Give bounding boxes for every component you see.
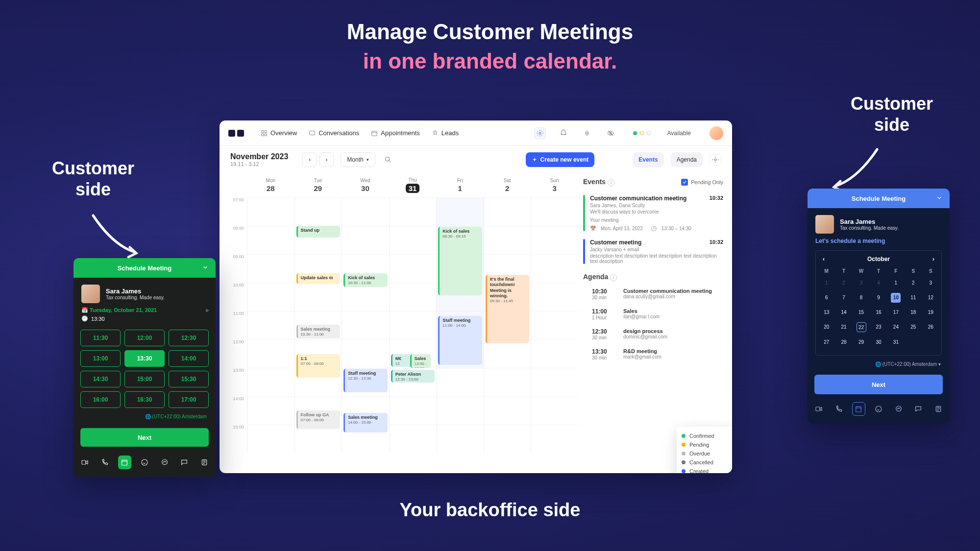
time-slot[interactable]: 17:00 [169,391,209,408]
tab-agenda[interactable]: Agenda [671,152,703,167]
calendar-day[interactable]: 28 [835,335,852,350]
nav-appointments[interactable]: Appointments [371,129,420,137]
calendar-event[interactable]: Follow up GA07:00 - 08:00 [296,410,341,429]
next-period[interactable]: › [319,152,334,167]
create-event-button[interactable]: ＋ Create new event [526,152,595,167]
calendar-column[interactable] [531,197,578,453]
chat-icon[interactable] [912,402,925,416]
calendar-day[interactable]: 17 [887,305,905,320]
calendar-day[interactable]: 13 [818,305,835,320]
phone-icon[interactable] [833,402,846,416]
calendar-event[interactable]: Update sales m [296,273,341,284]
calendar-day[interactable]: 20 [818,320,835,335]
calendar-day[interactable]: 15 [853,305,870,320]
whatsapp-icon[interactable] [138,455,151,469]
calendar-day[interactable]: 22 [853,320,870,335]
nav-overview[interactable]: Overview [261,129,297,137]
nav-conversations[interactable]: Conversations [309,129,359,137]
settings-icon[interactable] [534,127,546,139]
calendar-day[interactable]: 25 [905,320,922,335]
time-slot[interactable]: 12:30 [169,330,209,346]
time-slot[interactable]: 14:00 [169,350,209,367]
search-icon[interactable] [382,154,394,166]
prev-period[interactable]: ‹ [302,152,317,167]
calendar-column[interactable]: Kick of sales10:30 - 11:00Staff meeting1… [342,197,389,453]
calendar-day[interactable]: 8 [853,290,870,305]
whatsapp-icon[interactable] [872,402,885,416]
calendar-day[interactable]: 2 [905,276,922,290]
calendar-day[interactable]: 14 [835,305,852,320]
calendar-day[interactable]: 3 [853,276,870,290]
time-slot[interactable]: 16:30 [124,391,165,408]
calendar-day[interactable]: 6 [818,290,835,305]
calendar-day[interactable]: 23 [870,320,887,335]
calendar-day[interactable]: 1 [818,276,835,290]
calendar-column[interactable] [247,197,294,453]
calendar-day[interactable]: 31 [887,335,905,350]
agenda-item[interactable]: 13:3030 minR&D meetingmark@gmail.com [583,344,723,364]
mute-icon[interactable] [581,127,593,139]
calendar-event[interactable]: Peter Alison12:30 - 13:00 [391,370,435,383]
calendar-event[interactable]: Staff meeting11:00 - 14:00 [438,316,482,365]
calendar-day[interactable]: 1 [887,276,905,290]
next-month[interactable]: › [932,256,934,263]
calendar-event[interactable]: Kick of sales10:30 - 11:00 [343,273,388,287]
calendar-icon[interactable] [852,402,865,416]
pending-only-checkbox[interactable]: Pending Only [681,179,723,186]
widget-header[interactable]: Schedule Meeting [808,189,950,208]
video-icon[interactable] [78,455,92,469]
calendar-day[interactable]: 7 [835,290,852,305]
time-slot[interactable]: 12:00 [124,330,165,346]
calendar-day[interactable]: 24 [887,320,905,335]
messenger-icon[interactable] [158,455,171,469]
calendar-column[interactable]: M€12Sales12:00 - 12:30Peter Alison12:30 … [389,197,437,453]
calendar-day[interactable]: 9 [870,290,887,305]
phone-icon[interactable] [98,455,112,469]
calendar-day[interactable] [905,335,922,350]
calendar-day[interactable]: 18 [905,305,922,320]
time-slot[interactable]: 15:30 [169,371,209,387]
calendar-event[interactable]: It's the final touchdown! Meeting is win… [486,275,530,343]
chat-icon[interactable] [178,455,191,469]
video-icon[interactable] [812,402,826,416]
agenda-item[interactable]: 10:3030 minCustomer communication meetin… [583,284,723,304]
bell-icon[interactable] [558,127,569,139]
calendar-day[interactable]: 19 [922,305,939,320]
calendar-event[interactable]: Kick of sales08:30 - 09:15 [438,227,482,295]
event-item[interactable]: Customer meeting10:32 Jacky Varsano + em… [583,235,723,268]
calendar-event[interactable]: Sales12:00 - 12:30 [410,354,431,368]
calendar-event[interactable]: M€12 [391,354,412,367]
avatar[interactable] [710,126,723,140]
status-text[interactable]: Available [667,130,691,137]
selected-date[interactable]: 📅 Tuesday, October 21, 2021 ‹ › [74,307,216,313]
nav-leads[interactable]: Leads [432,129,459,137]
calendar-event[interactable]: Sales meeting10:30 - 11:00 [296,325,341,338]
calendar-event[interactable]: Staff meeting12:30 - 13:30 [343,369,388,392]
calendar-day[interactable]: 29 [853,335,870,350]
calendar-day[interactable]: 16 [870,305,887,320]
calendar-day[interactable]: 11 [905,290,922,305]
calendar-day[interactable]: 3 [922,276,939,290]
messenger-icon[interactable] [892,402,905,416]
calendar-event[interactable]: 1:107:00 - 08:00 [296,354,341,378]
next-button[interactable]: Next [814,375,943,394]
calendar-event[interactable]: Sales meeting14:00 - 15:00 [343,413,388,432]
calendar-day[interactable]: 4 [870,276,887,290]
calendar-day[interactable]: 27 [818,335,835,350]
timezone[interactable]: 🌐 (UTC+22:00) Amsterdam ▾ [808,359,950,370]
time-slot[interactable]: 16:00 [80,391,121,408]
next-button[interactable]: Next [80,428,209,447]
widget-header[interactable]: Schedule Meeting [74,258,216,278]
time-slot[interactable]: 15:00 [124,371,165,387]
event-item[interactable]: Customer communication meeting10:32 Sara… [583,191,723,235]
calendar-event[interactable]: Stand up [296,226,341,238]
calendar-column[interactable]: Stand upUpdate sales mSales meeting10:30… [294,197,342,453]
calendar-day[interactable]: 2 [835,276,852,290]
calendar-day[interactable]: 30 [870,335,887,350]
calendar-day[interactable]: 26 [922,320,939,335]
view-selector[interactable]: Month ▾ [341,152,375,167]
panel-settings-icon[interactable] [710,154,721,166]
calendar-day[interactable]: 21 [835,320,852,335]
time-slot[interactable]: 11:30 [80,330,121,346]
agenda-item[interactable]: 11:001 HourSalesilan@gmai l.com [583,304,723,324]
